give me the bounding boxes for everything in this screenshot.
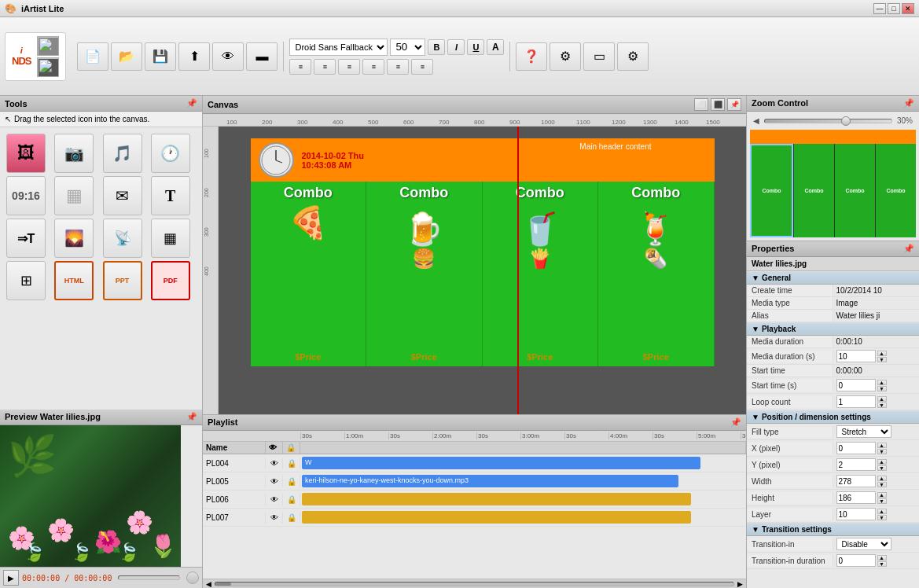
image-tool[interactable]: 🖼 xyxy=(6,134,46,173)
playback-collapse-icon[interactable]: ▼ xyxy=(752,325,759,333)
zoom-thumb[interactable] xyxy=(841,116,851,126)
pl007-vis-icon[interactable]: 👁 xyxy=(266,512,283,524)
play-button[interactable]: ▶ xyxy=(3,570,19,586)
ppt-tool[interactable]: PPT xyxy=(103,261,142,300)
zoom-pin-icon[interactable]: 📌 xyxy=(903,98,914,108)
playlist-row-pl005[interactable]: PL005 👁 🔒 keri-hilson-ne-yo-kaney-west-k… xyxy=(203,472,746,491)
scroll-right-button[interactable]: ▶ xyxy=(737,580,743,588)
media-duration-s-down[interactable]: ▼ xyxy=(877,357,887,362)
start-time-s-down[interactable]: ▼ xyxy=(877,386,887,391)
canvas-column-1[interactable]: Combo 🍕 $Price xyxy=(251,182,367,366)
new-button[interactable]: 📄 xyxy=(77,42,108,71)
x-pixel-input[interactable] xyxy=(836,442,876,454)
mail-tool[interactable]: ✉ xyxy=(103,176,142,215)
volume-knob[interactable] xyxy=(186,571,199,584)
layout-button[interactable]: ▭ xyxy=(583,42,615,71)
x-pixel-up[interactable]: ▲ xyxy=(877,443,887,448)
canvas-display[interactable]: 2014-10-02 Thu 10:43:08 AM Main header c… xyxy=(251,138,715,366)
window-controls[interactable]: — □ ✕ xyxy=(873,3,914,14)
font-color-button[interactable]: A xyxy=(487,39,504,55)
canvas-content[interactable]: 2014-10-02 Thu 10:43:08 AM Main header c… xyxy=(219,127,746,414)
open-button[interactable]: 📂 xyxy=(111,42,142,71)
pl006-vis-icon[interactable]: 👁 xyxy=(266,494,283,505)
y-pixel-input[interactable] xyxy=(836,458,876,471)
outdent-button[interactable]: ≡ xyxy=(411,59,433,75)
clock-tool[interactable]: 🕐 xyxy=(151,134,190,173)
photo-tool[interactable]: 📷 xyxy=(54,134,94,173)
settings-button[interactable]: ⚙ xyxy=(550,42,581,71)
photo2-tool[interactable]: 🌄 xyxy=(54,219,94,258)
playlist-pin-icon[interactable]: 📌 xyxy=(730,417,741,428)
media-duration-s-input[interactable] xyxy=(836,350,876,362)
canvas-column-2[interactable]: Combo 🍺 🍔 $Price xyxy=(366,182,483,366)
marquee-tool[interactable]: ⇒T xyxy=(6,219,46,258)
config-button[interactable]: ⚙ xyxy=(617,42,649,71)
pl006-lock-icon[interactable]: 🔒 xyxy=(283,494,300,505)
fill-type-select[interactable]: Stretch xyxy=(836,425,891,438)
italic-button[interactable]: I xyxy=(447,39,465,55)
pl007-bar-area[interactable] xyxy=(300,509,746,526)
rss-tool[interactable]: 📡 xyxy=(103,219,142,258)
transition-collapse-icon[interactable]: ▼ xyxy=(752,525,759,534)
pl005-vis-icon[interactable]: 👁 xyxy=(266,476,283,487)
loop-count-input[interactable] xyxy=(836,395,876,408)
media-duration-s-up[interactable]: ▲ xyxy=(877,351,887,356)
y-pixel-up[interactable]: ▲ xyxy=(877,459,887,465)
position-collapse-icon[interactable]: ▼ xyxy=(752,413,759,421)
x-pixel-down[interactable]: ▼ xyxy=(877,449,887,454)
pl004-lock-icon[interactable]: 🔒 xyxy=(283,458,300,469)
preview-pin-icon[interactable]: 📌 xyxy=(186,412,197,422)
transition-in-duration-input[interactable] xyxy=(836,554,876,567)
align-justify-button[interactable]: ≡ xyxy=(362,59,384,75)
props-pin-icon[interactable]: 📌 xyxy=(903,244,914,254)
tools-pin-icon[interactable]: 📌 xyxy=(186,98,197,108)
transition-in-duration-down[interactable]: ▼ xyxy=(877,561,887,567)
layout-tool[interactable]: ▦ xyxy=(151,219,190,258)
playlist-row-pl004[interactable]: PL004 👁 🔒 W xyxy=(203,454,746,472)
preview-button[interactable]: 👁 xyxy=(212,42,244,71)
underline-button[interactable]: U xyxy=(467,39,484,55)
align-left-button[interactable]: ≡ xyxy=(289,59,311,75)
playlist-row-pl007[interactable]: PL007 👁 🔒 xyxy=(203,509,746,527)
pl006-bar-area[interactable] xyxy=(300,491,746,508)
indent-button[interactable]: ≡ xyxy=(387,59,409,75)
height-up[interactable]: ▲ xyxy=(877,492,887,498)
progress-bar[interactable] xyxy=(118,575,180,580)
minimize-button[interactable]: — xyxy=(873,3,886,14)
save-button[interactable]: 💾 xyxy=(145,42,176,71)
width-down[interactable]: ▼ xyxy=(877,482,887,487)
pl005-bar-area[interactable]: keri-hilson-ne-yo-kaney-west-knocks-you-… xyxy=(300,472,746,490)
layer-input[interactable] xyxy=(836,508,876,520)
transition-in-duration-up[interactable]: ▲ xyxy=(877,555,887,560)
pdf-tool[interactable]: PDF xyxy=(151,261,190,300)
y-pixel-down[interactable]: ▼ xyxy=(877,465,887,471)
zoom-track[interactable] xyxy=(764,119,892,123)
close-button[interactable]: ✕ xyxy=(902,3,914,14)
width-up[interactable]: ▲ xyxy=(877,476,887,481)
html-tool[interactable]: HTML xyxy=(54,261,94,300)
pl004-bar-area[interactable]: W xyxy=(300,454,746,472)
display-button[interactable]: ▬ xyxy=(246,42,278,71)
scroll-track[interactable] xyxy=(215,582,734,586)
music-tool[interactable]: 🎵 xyxy=(103,134,142,173)
scroll-thumb[interactable] xyxy=(215,582,231,586)
align-right-button[interactable]: ≡ xyxy=(338,59,360,75)
pl005-lock-icon[interactable]: 🔒 xyxy=(283,476,300,487)
start-time-s-input[interactable] xyxy=(836,379,876,391)
canvas-column-3[interactable]: Combo 🥤 🍟 $Price xyxy=(483,182,599,366)
date-tool[interactable]: 09:16 xyxy=(6,176,46,215)
layer-up[interactable]: ▲ xyxy=(877,509,887,514)
canvas-shrink-button[interactable]: ⬛ xyxy=(711,98,725,111)
upload-button[interactable]: ⬆ xyxy=(178,42,210,71)
loop-count-up[interactable]: ▲ xyxy=(877,396,887,402)
canvas-pin-button[interactable]: 📌 xyxy=(727,98,741,111)
transition-in-select[interactable]: Disable xyxy=(836,538,891,550)
align-center-button[interactable]: ≡ xyxy=(314,59,336,75)
table-tool[interactable]: ⊞ xyxy=(6,261,46,300)
text-tool[interactable]: T xyxy=(151,176,190,215)
pl004-vis-icon[interactable]: 👁 xyxy=(266,458,283,469)
maximize-button[interactable]: □ xyxy=(888,3,900,14)
checker-tool[interactable]: ▦ xyxy=(54,176,94,215)
zoom-left-arrow[interactable]: ◀ xyxy=(753,116,759,125)
height-down[interactable]: ▼ xyxy=(877,498,887,504)
